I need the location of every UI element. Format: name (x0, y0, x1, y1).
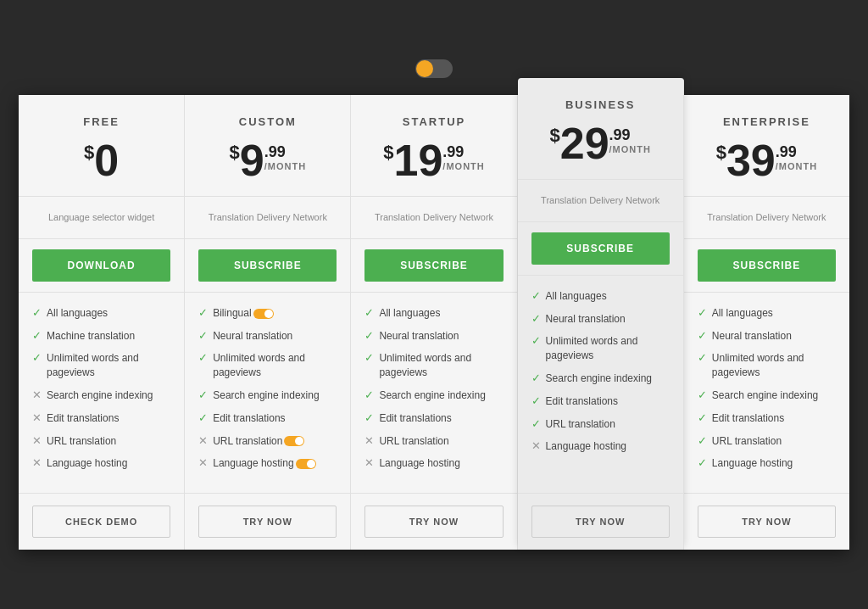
cross-icon: ✕ (364, 456, 374, 469)
subscribe-button-business[interactable]: SUBSCRIBE (531, 232, 670, 265)
try-now-button-enterprise[interactable]: TRY NOW (698, 506, 836, 538)
check-icon: ✓ (698, 388, 707, 401)
feature-item: ✓Edit translations (364, 411, 503, 426)
check-icon: ✓ (531, 417, 541, 430)
plan-description-business: Translation Delivery Network (518, 180, 683, 222)
feature-text: Language hosting (47, 456, 127, 471)
price-cents-month-startup: .99/MONTH (442, 143, 484, 171)
price-symbol-enterprise: $ (716, 142, 726, 164)
plan-cta-enterprise: SUBSCRIBE (684, 239, 849, 293)
feature-item: ✓Bilingual (198, 306, 337, 321)
cross-icon: ✕ (32, 456, 42, 469)
cross-icon: ✕ (198, 434, 208, 447)
check-icon: ✓ (698, 411, 707, 424)
feature-text: Neural translation (213, 329, 292, 344)
check-icon: ✓ (698, 306, 707, 319)
plan-price-business: $29.99/MONTH (528, 121, 673, 165)
feature-text: Search engine indexing (47, 388, 153, 403)
feature-text: Unlimited words and pageviews (47, 351, 170, 380)
billing-toggle (405, 59, 463, 78)
feature-item: ✕Search engine indexing (32, 388, 170, 403)
feature-text: URL translation (546, 417, 615, 432)
features-list-free: ✓All languages✓Machine translation✓Unlim… (19, 293, 184, 494)
price-symbol-business: $ (549, 125, 559, 147)
feature-item: ✓URL translation (531, 417, 670, 432)
check-icon: ✓ (364, 351, 374, 364)
plan-description-free: Language selector widget (19, 197, 184, 239)
plan-header-enterprise: ENTERPRISE$39.99/MONTH (684, 95, 849, 197)
features-list-business: ✓All languages✓Neural translation✓Unlimi… (518, 276, 683, 494)
plan-footer-startup: TRY NOW (351, 494, 516, 550)
check-icon: ✓ (198, 411, 208, 424)
feature-text: All languages (546, 289, 607, 304)
subscribe-button-custom[interactable]: SUBSCRIBE (198, 249, 337, 282)
feature-text: All languages (47, 306, 108, 321)
plan-footer-custom: TRY NOW (185, 494, 350, 550)
feature-text: Unlimited words and pageviews (712, 351, 836, 380)
try-now-button-custom[interactable]: TRY NOW (198, 506, 337, 538)
plan-header-free: FREE$0 (19, 95, 184, 197)
feature-text: Neural translation (712, 329, 792, 344)
check-icon: ✓ (531, 289, 541, 302)
feature-item: ✓Unlimited words and pageviews (698, 351, 836, 380)
check-icon: ✓ (198, 329, 208, 342)
check-icon: ✓ (698, 434, 707, 447)
feature-item: ✕URL translation (364, 434, 503, 449)
feature-text: Edit translations (47, 411, 119, 426)
download-button-free[interactable]: DOWNLOAD (32, 249, 170, 282)
subscribe-button-startup[interactable]: SUBSCRIBE (364, 249, 503, 282)
plan-description-enterprise: Translation Delivery Network (684, 197, 849, 239)
toggle-thumb (416, 60, 433, 77)
check-icon: ✓ (698, 329, 707, 342)
plan-col-business: BUSINESS$29.99/MONTHTranslation Delivery… (518, 78, 684, 550)
feature-text: Search engine indexing (213, 388, 319, 403)
toggle-track[interactable] (415, 59, 453, 78)
cross-icon: ✕ (198, 456, 208, 469)
feature-text: Search engine indexing (546, 372, 652, 386)
features-list-custom: ✓Bilingual✓Neural translation✓Unlimited … (185, 293, 350, 494)
price-month-enterprise: /MONTH (776, 161, 817, 171)
feature-item: ✕Language hosting (364, 456, 503, 471)
feature-badge (253, 309, 274, 319)
price-cents-enterprise: .99 (776, 143, 797, 161)
check-icon: ✓ (364, 411, 374, 424)
feature-item: ✓Neural translation (531, 312, 670, 327)
plan-footer-free: CHECK DEMO (19, 494, 184, 550)
plan-cta-startup: SUBSCRIBE (351, 239, 516, 293)
feature-text: All languages (712, 306, 773, 321)
feature-item: ✓Edit translations (531, 394, 670, 409)
price-month-custom: /MONTH (264, 161, 306, 171)
features-list-enterprise: ✓All languages✓Neural translation✓Unlimi… (684, 293, 849, 494)
feature-text: URL translation (712, 434, 782, 449)
feature-text: Bilingual (213, 306, 273, 321)
try-now-button-business[interactable]: TRY NOW (531, 506, 670, 538)
price-cents-startup: .99 (442, 143, 464, 161)
plan-footer-business: TRY NOW (518, 494, 683, 550)
feature-item: ✓Neural translation (698, 329, 836, 344)
feature-text: Edit translations (712, 411, 784, 426)
subscribe-button-enterprise[interactable]: SUBSCRIBE (698, 249, 836, 282)
plan-header-startup: STARTUP$19.99/MONTH (351, 95, 516, 197)
plan-name-business: BUSINESS (528, 98, 673, 111)
feature-item: ✓Neural translation (364, 329, 503, 344)
try-now-button-startup[interactable]: TRY NOW (364, 506, 503, 538)
price-amount-custom: 9 (240, 138, 264, 182)
feature-item: ✓All languages (32, 306, 170, 321)
plan-col-custom: CUSTOM$9.99/MONTHTranslation Delivery Ne… (185, 95, 351, 550)
feature-item: ✓All languages (531, 289, 670, 304)
feature-text: Unlimited words and pageviews (379, 351, 503, 380)
feature-item: ✓URL translation (698, 434, 836, 449)
feature-text: Language hosting (379, 456, 459, 471)
price-symbol-custom: $ (230, 142, 240, 164)
plan-footer-enterprise: TRY NOW (684, 494, 849, 550)
feature-text: Search engine indexing (379, 388, 485, 403)
price-amount-startup: 19 (394, 138, 443, 182)
feature-badge (284, 436, 304, 446)
feature-item: ✓Edit translations (198, 411, 337, 426)
check-demo-button-free[interactable]: CHECK DEMO (32, 506, 170, 538)
check-icon: ✓ (531, 334, 541, 347)
feature-text: Neural translation (379, 329, 459, 344)
cross-icon: ✕ (364, 434, 374, 447)
feature-item: ✓All languages (364, 306, 503, 321)
feature-text: Language hosting (213, 456, 315, 471)
